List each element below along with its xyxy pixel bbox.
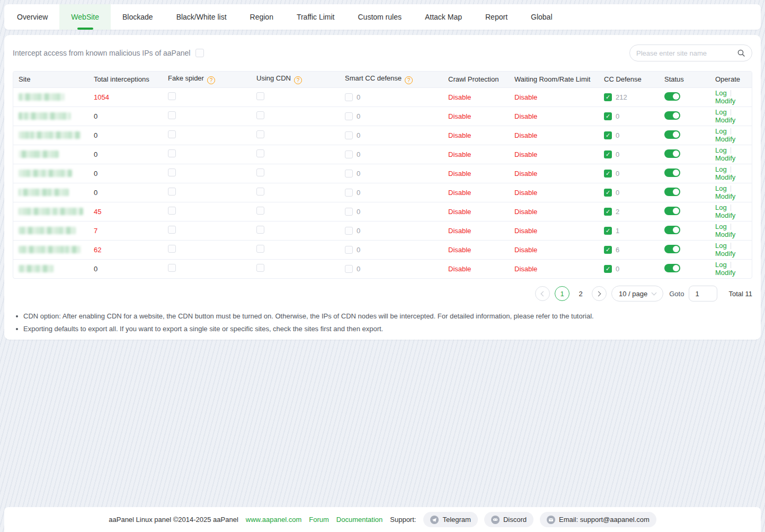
fake-spider-checkbox[interactable]	[168, 92, 176, 100]
waiting-room-status[interactable]: Disable	[514, 227, 537, 235]
waiting-room-status[interactable]: Disable	[514, 93, 537, 101]
crawl-protection-status[interactable]: Disable	[448, 131, 471, 139]
smart-cc-defense-checkbox[interactable]	[345, 112, 353, 120]
status-toggle[interactable]	[664, 188, 680, 196]
telegram-button[interactable]: Telegram	[423, 512, 477, 527]
log-link[interactable]: Log	[715, 89, 727, 97]
fake-spider-checkbox[interactable]	[168, 226, 176, 234]
crawl-protection-status[interactable]: Disable	[448, 227, 471, 235]
status-toggle[interactable]	[664, 149, 680, 158]
fake-spider-checkbox[interactable]	[168, 169, 176, 176]
waiting-room-status[interactable]: Disable	[514, 112, 537, 120]
fake-spider-checkbox[interactable]	[168, 149, 176, 157]
status-toggle[interactable]	[664, 245, 680, 253]
email-button[interactable]: Email: support@aapanel.com	[540, 512, 656, 527]
crawl-protection-status[interactable]: Disable	[448, 189, 471, 197]
cc-defense-checkbox[interactable]: ✓	[604, 93, 612, 101]
modify-link[interactable]: Modify	[715, 230, 735, 238]
modify-link[interactable]: Modify	[715, 173, 735, 181]
log-link[interactable]: Log	[715, 108, 727, 116]
help-icon[interactable]: ?	[294, 76, 302, 84]
crawl-protection-status[interactable]: Disable	[448, 265, 471, 273]
log-link[interactable]: Log	[715, 127, 727, 135]
status-toggle[interactable]	[664, 111, 680, 120]
status-toggle[interactable]	[664, 207, 680, 215]
using-cdn-checkbox[interactable]	[256, 130, 264, 138]
tab-traffic-limit[interactable]: Traffic Limit	[285, 4, 346, 30]
waiting-room-status[interactable]: Disable	[514, 265, 537, 273]
intercept-malicious-ips-checkbox[interactable]	[195, 49, 204, 57]
log-link[interactable]: Log	[715, 261, 727, 269]
crawl-protection-status[interactable]: Disable	[448, 112, 471, 120]
using-cdn-checkbox[interactable]	[256, 264, 264, 272]
search-icon[interactable]	[737, 49, 745, 57]
tab-custom-rules[interactable]: Custom rules	[346, 4, 413, 30]
tab-region[interactable]: Region	[238, 4, 285, 30]
smart-cc-defense-checkbox[interactable]	[345, 131, 353, 139]
using-cdn-checkbox[interactable]	[256, 226, 264, 234]
site-search-input[interactable]	[636, 49, 733, 57]
cc-defense-checkbox[interactable]: ✓	[604, 112, 612, 120]
modify-link[interactable]: Modify	[715, 97, 735, 105]
using-cdn-checkbox[interactable]	[256, 111, 264, 119]
tab-global[interactable]: Global	[519, 4, 564, 30]
status-toggle[interactable]	[664, 130, 680, 139]
footer-link-documentation[interactable]: Documentation	[336, 516, 382, 524]
waiting-room-status[interactable]: Disable	[514, 131, 537, 139]
cc-defense-checkbox[interactable]: ✓	[604, 208, 612, 216]
cc-defense-checkbox[interactable]: ✓	[604, 150, 612, 158]
crawl-protection-status[interactable]: Disable	[448, 93, 471, 101]
waiting-room-status[interactable]: Disable	[514, 208, 537, 216]
cc-defense-checkbox[interactable]: ✓	[604, 265, 612, 273]
smart-cc-defense-checkbox[interactable]	[345, 189, 353, 197]
log-link[interactable]: Log	[715, 242, 727, 250]
using-cdn-checkbox[interactable]	[256, 169, 264, 176]
smart-cc-defense-checkbox[interactable]	[345, 265, 353, 273]
page-size-select[interactable]: 10 / page	[611, 286, 663, 302]
fake-spider-checkbox[interactable]	[168, 188, 176, 196]
crawl-protection-status[interactable]: Disable	[448, 150, 471, 158]
waiting-room-status[interactable]: Disable	[514, 150, 537, 158]
fake-spider-checkbox[interactable]	[168, 264, 176, 272]
crawl-protection-status[interactable]: Disable	[448, 208, 471, 216]
waiting-room-status[interactable]: Disable	[514, 170, 537, 178]
goto-page-input[interactable]	[689, 286, 717, 302]
cc-defense-checkbox[interactable]: ✓	[604, 170, 612, 178]
using-cdn-checkbox[interactable]	[256, 92, 264, 100]
discord-button[interactable]: Discord	[484, 512, 533, 527]
fake-spider-checkbox[interactable]	[168, 111, 176, 119]
status-toggle[interactable]	[664, 169, 680, 177]
page-button-1[interactable]: 1	[555, 286, 570, 301]
smart-cc-defense-checkbox[interactable]	[345, 227, 353, 235]
modify-link[interactable]: Modify	[715, 192, 735, 200]
modify-link[interactable]: Modify	[715, 250, 735, 258]
status-toggle[interactable]	[664, 226, 680, 234]
using-cdn-checkbox[interactable]	[256, 188, 264, 196]
crawl-protection-status[interactable]: Disable	[448, 170, 471, 178]
footer-link-forum[interactable]: Forum	[309, 516, 329, 524]
tab-website[interactable]: WebSite	[59, 4, 111, 30]
crawl-protection-status[interactable]: Disable	[448, 246, 471, 254]
cc-defense-checkbox[interactable]: ✓	[604, 131, 612, 139]
fake-spider-checkbox[interactable]	[168, 245, 176, 253]
smart-cc-defense-checkbox[interactable]	[345, 150, 353, 158]
modify-link[interactable]: Modify	[715, 116, 735, 124]
waiting-room-status[interactable]: Disable	[514, 246, 537, 254]
smart-cc-defense-checkbox[interactable]	[345, 93, 353, 101]
modify-link[interactable]: Modify	[715, 269, 735, 277]
cc-defense-checkbox[interactable]: ✓	[604, 246, 612, 254]
tab-black-white-list[interactable]: Black/White list	[165, 4, 238, 30]
status-toggle[interactable]	[664, 92, 680, 101]
cc-defense-checkbox[interactable]: ✓	[604, 227, 612, 235]
footer-link-website[interactable]: www.aapanel.com	[246, 516, 302, 524]
log-link[interactable]: Log	[715, 146, 727, 154]
smart-cc-defense-checkbox[interactable]	[345, 208, 353, 216]
next-page-button[interactable]	[592, 286, 607, 301]
tab-attack-map[interactable]: Attack Map	[413, 4, 474, 30]
tab-report[interactable]: Report	[474, 4, 519, 30]
using-cdn-checkbox[interactable]	[256, 245, 264, 253]
help-icon[interactable]: ?	[207, 76, 215, 84]
cc-defense-checkbox[interactable]: ✓	[604, 189, 612, 197]
modify-link[interactable]: Modify	[715, 211, 735, 219]
page-button-2[interactable]: 2	[574, 290, 587, 298]
